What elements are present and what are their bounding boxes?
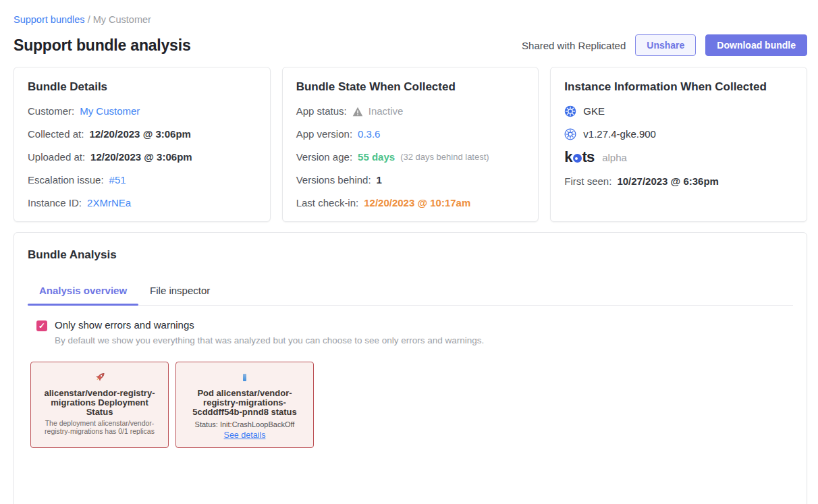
unshare-button[interactable]: Unshare: [635, 34, 696, 56]
app-version-link[interactable]: 0.3.6: [358, 128, 380, 140]
instance-info-card: Instance Information When Collected GKE: [550, 67, 807, 222]
k8s-version-value: v1.27.4-gke.900: [583, 128, 656, 140]
last-checkin-value: 12/20/2023 @ 10:17am: [364, 197, 470, 209]
issue-icon-wrap: [183, 370, 306, 385]
tab-analysis-overview[interactable]: Analysis overview: [28, 279, 138, 305]
bundle-details-card: Bundle Details Customer: My Customer Col…: [13, 67, 271, 222]
versions-behind-label: Versions behind:: [296, 174, 371, 186]
analysis-issues-row: alicenstar/vendor-registry-migrations De…: [30, 362, 793, 448]
analysis-tabs: Analysis overview File inspector: [28, 279, 793, 306]
breadcrumb: Support bundles / My Customer: [13, 14, 807, 25]
breadcrumb-current: My Customer: [93, 14, 151, 25]
rocket-icon: [93, 370, 107, 384]
version-age-suffix: (32 days behind latest): [400, 151, 489, 163]
version-age-label: Version age:: [296, 151, 352, 163]
app-version-label: App version:: [296, 128, 352, 140]
deployment-status-issue-card[interactable]: alicenstar/vendor-registry-migrations De…: [30, 362, 169, 448]
uploaded-at-value: 12/20/2023 @ 3:06pm: [90, 151, 192, 163]
escalation-issue-row: Escalation issue: #51: [28, 174, 256, 186]
first-seen-label: First seen:: [564, 175, 611, 188]
versions-behind-row: Versions behind: 1: [296, 174, 525, 186]
pod-icon: [243, 374, 246, 381]
warning-icon: [352, 107, 363, 117]
bundle-details-title: Bundle Details: [28, 80, 256, 94]
last-checkin-label: Last check-in:: [296, 197, 359, 209]
filter-label[interactable]: Only show errors and warnings: [55, 319, 484, 331]
instance-info-title: Instance Information When Collected: [564, 80, 793, 94]
escalation-issue-link[interactable]: #51: [109, 174, 126, 186]
uploaded-at-label: Uploaded at:: [28, 151, 85, 163]
app-status-value: Inactive: [369, 105, 404, 117]
app-status-label: App status:: [296, 105, 347, 117]
k8s-version-row: v1.27.4-gke.900: [564, 128, 793, 140]
tab-file-inspector[interactable]: File inspector: [138, 279, 221, 305]
app-status-row: App status: Inactive: [296, 105, 525, 117]
last-checkin-row: Last check-in: 12/20/2023 @ 10:17am: [296, 197, 525, 209]
kubernetes-version-icon: [564, 128, 576, 140]
only-errors-checkbox[interactable]: [36, 320, 47, 331]
customer-row: Customer: My Customer: [28, 105, 256, 117]
collected-at-label: Collected at:: [28, 128, 84, 140]
collected-at-value: 12/20/2023 @ 3:06pm: [89, 128, 191, 140]
kots-version-value: alpha: [602, 152, 627, 163]
app-version-row: App version: 0.3.6: [296, 128, 525, 140]
see-details-link[interactable]: See details: [224, 430, 266, 440]
bundle-analysis-title: Bundle Analysis: [28, 248, 793, 262]
bundle-state-title: Bundle State When Collected: [296, 80, 525, 94]
support-bundle-analysis-page: Support bundles / My Customer Support bu…: [0, 0, 818, 504]
filter-text: Only show errors and warnings By default…: [55, 319, 484, 345]
page-header: Support bundle analysis Shared with Repl…: [13, 34, 807, 56]
summary-cards-row: Bundle Details Customer: My Customer Col…: [13, 67, 807, 222]
breadcrumb-separator: /: [88, 14, 90, 25]
customer-link[interactable]: My Customer: [80, 105, 140, 117]
instance-id-label: Instance ID:: [28, 197, 82, 209]
escalation-issue-label: Escalation issue:: [28, 174, 104, 186]
breadcrumb-support-bundles-link[interactable]: Support bundles: [13, 14, 85, 25]
issue-title: alicenstar/vendor-registry-migrations De…: [38, 389, 161, 417]
version-age-value: 55 days: [358, 151, 395, 163]
filter-description: By default we show you everything that w…: [55, 335, 484, 345]
instance-id-link[interactable]: 2XMrNEa: [87, 197, 131, 209]
errors-warnings-filter: Only show errors and warnings By default…: [36, 319, 793, 345]
collected-at-row: Collected at: 12/20/2023 @ 3:06pm: [28, 128, 256, 140]
versions-behind-value: 1: [377, 174, 382, 186]
issue-description: The deployment alicenstar/vendor-registr…: [38, 420, 161, 435]
download-bundle-button[interactable]: Download bundle: [705, 34, 807, 56]
first-seen-row: First seen: 10/27/2023 @ 6:36pm: [564, 175, 793, 188]
issue-icon-wrap: [38, 370, 161, 385]
distribution-value: GKE: [583, 105, 605, 117]
instance-id-row: Instance ID: 2XMrNEa: [28, 197, 256, 209]
kots-row: kts alpha: [564, 150, 793, 165]
bundle-state-card: Bundle State When Collected App status: …: [282, 67, 539, 222]
uploaded-at-row: Uploaded at: 12/20/2023 @ 3:06pm: [28, 151, 256, 163]
kots-logo-o-icon: [573, 154, 582, 163]
version-age-row: Version age: 55 days (32 days behind lat…: [296, 151, 525, 163]
pod-status-issue-card[interactable]: Pod alicenstar/vendor-registry-migration…: [175, 362, 314, 448]
issue-status-text: Status: Init:CrashLoopBackOff: [183, 420, 306, 428]
page-title: Support bundle analysis: [13, 36, 191, 55]
kubernetes-icon: [564, 105, 576, 117]
issue-title: Pod alicenstar/vendor-registry-migration…: [183, 389, 306, 417]
kots-logo: kts: [564, 150, 594, 165]
first-seen-value: 10/27/2023 @ 6:36pm: [617, 175, 719, 188]
header-actions: Shared with Replicated Unshare Download …: [522, 34, 807, 56]
bundle-analysis-card: Bundle Analysis Analysis overview File i…: [13, 232, 807, 504]
customer-label: Customer:: [28, 105, 74, 117]
distribution-row: GKE: [564, 105, 793, 117]
shared-status-text: Shared with Replicated: [522, 40, 626, 51]
